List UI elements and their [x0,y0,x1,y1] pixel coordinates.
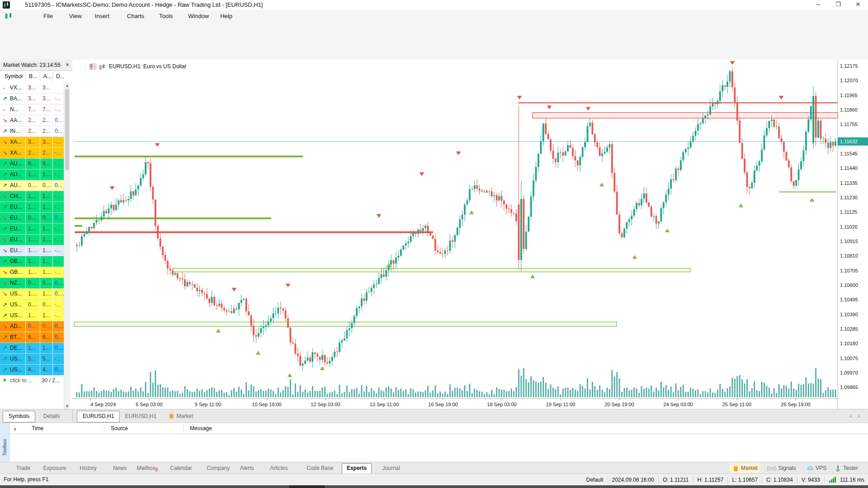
demand-zone-1[interactable] [173,268,690,272]
bottom-tab-exposure[interactable]: Exposure [39,463,71,473]
buy-marker-icon[interactable] [739,204,743,207]
panel-toggle-vps[interactable]: VPS [807,463,826,473]
mw-column-ask[interactable]: A... [43,73,52,80]
buy-marker-icon[interactable] [665,229,670,232]
bottom-tab-alerts[interactable]: Alerts [236,463,259,473]
price-axis-labels[interactable]: 1.121751.120701.119651.118601.117551.116… [840,63,858,390]
market-watch-row[interactable]: ↗US...5...5...-... [0,354,64,365]
one-click-trading-icon[interactable] [90,64,96,70]
time-axis-labels[interactable]: 4 Sep 20246 Sep 03:009 Sep 11:0010 Sep 1… [90,399,811,407]
menu-insert[interactable]: Insert [92,12,113,20]
scrollbar-thumb[interactable] [65,89,69,170]
bottom-tab-mailbox[interactable]: Mailbox8 [132,463,162,473]
bottom-tab-calendar[interactable]: Calendar [165,463,197,473]
mw-column-symbol[interactable]: Symbol [5,73,23,80]
close-button[interactable]: ✕ [848,0,868,10]
buy-marker-icon[interactable] [633,255,637,258]
close-icon[interactable]: ✕ [64,61,71,68]
buy-marker-icon[interactable] [321,366,325,370]
market-watch-row[interactable]: ↘AD...0....0....0.... [0,321,64,332]
mw-tab-symbols[interactable]: Symbols [3,411,35,422]
sell-marker-icon[interactable] [286,284,290,287]
market-watch-row[interactable]: ↘EU...1....1....-... [0,235,64,245]
market-watch-row[interactable]: ↗GB...1...1...-... [0,256,64,267]
market-watch-row[interactable]: ↗EU...1....1....-... [0,202,64,213]
buy-marker-icon[interactable] [217,329,221,332]
menu-file[interactable]: File [41,12,56,20]
panel-toggle-signals[interactable]: ((o))Signals [767,463,796,473]
sell-marker-icon[interactable] [110,187,114,190]
buy-marker-icon[interactable] [600,183,604,186]
sell-marker-icon[interactable] [156,143,160,146]
mt-logo-icon[interactable] [5,12,14,19]
bottom-tab-company[interactable]: Company [202,463,234,473]
bottom-tab-code-base[interactable]: Code Base [302,463,338,473]
tabs-scroll-left-icon[interactable]: ‹ [848,411,854,422]
price-chart[interactable]: 1.121751.120701.119651.118601.117551.116… [72,60,868,409]
market-watch-row[interactable]: ↗BA...3...3...-... [0,94,64,104]
buy-marker-icon[interactable] [256,352,260,355]
market-watch-row[interactable]: ↗IN...2...2...0... [0,126,64,137]
sell-marker-icon[interactable] [731,61,735,65]
market-watch-row[interactable]: ↘XA...3...3...-... [0,137,64,148]
scroll-up-icon[interactable]: ▲ [64,83,70,88]
sell-marker-icon[interactable] [518,96,522,99]
restore-button[interactable]: ❐ [828,0,848,10]
close-icon[interactable]: x [12,426,18,432]
market-watch-row[interactable]: ↘EU...1....1....-... [0,245,64,256]
panel-toggle-tester[interactable]: Tester [835,463,858,473]
sell-marker-icon[interactable] [420,173,424,176]
chart-area[interactable]: 1.121751.120701.119651.118601.117551.116… [72,60,868,409]
buy-marker-icon[interactable] [531,275,535,278]
demand-zone-2[interactable] [74,322,617,327]
market-watch-row[interactable]: ↘AA...2...2...0... [0,115,64,126]
mw-tab-details[interactable]: Details [38,411,66,422]
chart-tab-1[interactable]: EURUSD,H1 [120,411,162,422]
menu-tools[interactable]: Tools [156,12,175,20]
market-watch-row[interactable]: ↗DE...1...1...0.... [0,343,64,354]
market-watch-row[interactable]: ↗US...1...1...-... [0,310,64,321]
sell-marker-icon[interactable] [586,107,590,110]
market-watch-row[interactable]: ↗EU...1...1...-... [0,224,64,235]
sell-marker-icon[interactable] [232,288,236,291]
sell-marker-icon[interactable] [377,214,381,217]
depth-of-market-icon[interactable] [99,64,106,70]
bottom-tab-news[interactable]: News [108,463,131,473]
sell-marker-icon[interactable] [547,106,552,109]
market-watch-row[interactable]: ↘EU...0....0....0... [0,213,64,224]
bottom-tab-articles[interactable]: Articles [265,463,292,473]
buy-marker-icon[interactable] [810,198,814,202]
mw-add-symbol-row[interactable]: +click to ...30 / 2... [0,375,64,386]
market-watch-row[interactable]: ↘XA...2...2...-... [0,148,64,159]
mw-column-bid[interactable]: B... [29,73,37,80]
chart-tab-2[interactable]: Market [163,411,199,422]
market-watch-row[interactable]: ↗BT...6...6...0.... [0,332,64,343]
supply-zone[interactable] [533,113,838,118]
tabs-scroll-right-icon[interactable]: › [856,411,862,422]
market-watch-row[interactable]: ↗AU...1....1....-... [0,169,64,180]
buy-marker-icon[interactable] [470,211,474,214]
add-symbol-icon[interactable]: + [3,376,6,384]
menu-window[interactable]: Window [185,12,212,20]
market-watch-row[interactable]: ↘US...1....1....0.... [0,289,64,300]
menu-view[interactable]: View [66,12,85,20]
bottom-tab-history[interactable]: History [75,463,101,473]
sell-marker-icon[interactable] [457,152,461,155]
buy-marker-icon[interactable] [288,374,292,377]
bottom-tab-experts[interactable]: Experts [342,463,372,474]
market-watch-row[interactable]: ↗AU...9...9...-... [0,159,64,169]
minimize-button[interactable]: ─ [808,0,828,10]
chart-tab-0[interactable]: EURUSD,H1 [77,411,120,422]
market-watch-row[interactable]: ↘NZ...0....0....0.... [0,278,64,289]
bottom-tab-trade[interactable]: Trade [12,463,35,473]
market-watch-row[interactable]: ↗US...4...4...0.... [0,365,64,375]
bottom-tab-journal[interactable]: Journal [378,463,405,473]
market-watch-row[interactable]: ↗US...0....0....-... [0,300,64,310]
market-watch-scrollbar[interactable]: ▲ ▼ [64,83,70,409]
market-watch-row[interactable]: ↘CH...1...1...-... [0,191,64,202]
panel-toggle-market[interactable]: Market [730,463,760,473]
market-watch-row[interactable]: ↗AU...0....0....0... [0,180,64,191]
toolbox-column-source[interactable]: Source [111,425,128,432]
toolbox-column-message[interactable]: Message [190,425,212,432]
mw-column-daily[interactable]: D... [56,73,65,80]
